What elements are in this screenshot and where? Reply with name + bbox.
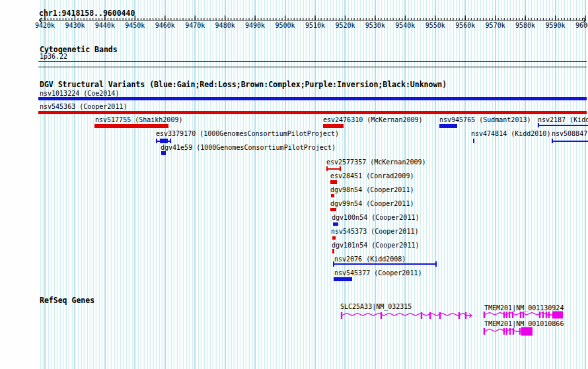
- exon-tick: [509, 328, 511, 335]
- exon-tick: [520, 312, 521, 318]
- exon-tick: [465, 312, 466, 319]
- exon-tick: [509, 312, 510, 318]
- intron-line: [484, 313, 552, 316]
- exon-tick: [513, 328, 514, 335]
- exon-tick: [459, 312, 460, 319]
- intron-line: [342, 314, 466, 316]
- exon-tick: [439, 312, 441, 319]
- exon-tick: [381, 312, 382, 319]
- genome-browser-panel: chr1:9418158..9600440 9420k9430k9440k945…: [0, 0, 588, 369]
- exon-tick: [506, 328, 507, 335]
- exon-tick: [523, 312, 524, 318]
- exon-tick: [548, 312, 550, 318]
- exon-tick: [546, 312, 547, 318]
- exon-tick: [484, 328, 485, 335]
- exon-tick: [421, 312, 422, 319]
- exon-tick: [519, 328, 521, 335]
- exon-tick: [542, 312, 544, 318]
- exon-tick: [341, 312, 342, 319]
- exon-tick: [503, 328, 505, 335]
- gene-models: [0, 0, 588, 369]
- gene-glyph[interactable]: [341, 312, 472, 319]
- utr-box: [552, 312, 563, 319]
- gene-glyph[interactable]: [484, 312, 563, 319]
- exon-tick: [429, 312, 431, 319]
- exon-tick: [539, 312, 540, 318]
- strand-arrow-icon: [466, 314, 472, 318]
- gene-glyph[interactable]: [484, 327, 533, 336]
- exon-tick: [503, 312, 505, 318]
- exon-tick: [506, 312, 507, 318]
- exon-tick: [512, 312, 513, 318]
- exon-tick: [484, 312, 485, 318]
- intron-line: [484, 329, 521, 332]
- utr-box: [521, 327, 533, 336]
